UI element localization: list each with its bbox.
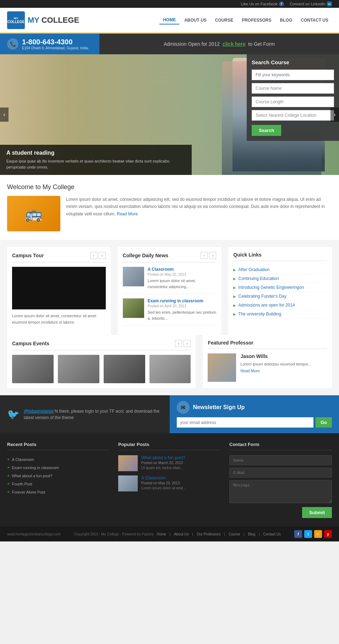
news-date-1: Posted on May 20, 2013 xyxy=(148,273,217,276)
contact-message-textarea[interactable] xyxy=(229,480,332,503)
search-button[interactable]: Search xyxy=(252,125,281,136)
news-text-1: Lorem ipsum dolor sit amet, consectetur … xyxy=(148,278,217,290)
recent-post-link-3[interactable]: What about a fun post? xyxy=(12,474,53,478)
admission-notice: Admission Open for 2012 click here to Ge… xyxy=(99,34,339,54)
popular-post-title-1: What about a fun post? xyxy=(141,455,185,460)
campus-events-arrows: ‹ › xyxy=(175,340,191,347)
footer-link-course[interactable]: Course xyxy=(229,532,240,536)
nav-blog[interactable]: BLOG xyxy=(277,16,296,24)
campus-tour-prev[interactable]: ‹ xyxy=(90,252,97,259)
linkedin-icon: in xyxy=(327,1,332,6)
ql-link-4[interactable]: Celebrating Funder's Day xyxy=(238,294,286,299)
recent-post-link-1[interactable]: A Classroom xyxy=(12,457,34,462)
contact-name-input[interactable] xyxy=(229,455,332,465)
popular-post-title-2: A Classroom xyxy=(141,475,186,480)
ql-link-2[interactable]: Continuing Education xyxy=(238,276,279,281)
newsletter-go-button[interactable]: Go xyxy=(316,417,332,428)
ql-arrow-6: ▶ xyxy=(233,312,236,316)
news-thumb-2 xyxy=(123,298,144,318)
quick-link-item-2: ▶ Continuing Education xyxy=(233,274,327,283)
daily-news-next[interactable]: › xyxy=(209,252,216,259)
newsletter-email-input[interactable] xyxy=(177,417,313,428)
recent-post-5: Forever Alone Post xyxy=(7,488,110,496)
newsletter-header: ✉ Newsletter Sign Up xyxy=(177,401,332,414)
twitter-handle[interactable]: @tobagopianist xyxy=(24,409,54,414)
footer-link-blog[interactable]: Blog xyxy=(248,532,255,536)
professor-read-more[interactable]: Read More xyxy=(240,369,259,373)
nav-course[interactable]: COURSE xyxy=(212,16,237,24)
events-featured-row: Campus Events ‹ › Featured Professor Jas… xyxy=(0,335,339,395)
search-course-title: Search Course xyxy=(252,59,334,65)
recent-post-link-2[interactable]: Exam running in classroom xyxy=(12,466,59,470)
campus-events-prev[interactable]: ‹ xyxy=(175,340,182,347)
campus-tour-col: Campus Tour ‹ › Lorem ipsum dolor sit am… xyxy=(7,247,111,335)
contact-submit-button[interactable]: Submit xyxy=(302,507,332,518)
twitter-section: 🐦 @tobagopianist hi there, please login … xyxy=(0,395,170,433)
quick-link-item-4: ▶ Celebrating Funder's Day xyxy=(233,292,327,301)
phone-section: 📞 1-800-643-4300 E104 Dharti II, Ahmedab… xyxy=(0,34,99,54)
popular-post-date-2: Posted on May 20, 2013 xyxy=(141,481,186,485)
nav-contact[interactable]: CONTACT US xyxy=(297,16,332,24)
ql-link-5[interactable]: Admissions are open for 2014 xyxy=(238,303,295,308)
location-select[interactable]: Select Nearest College Location xyxy=(252,110,334,121)
campus-events-next[interactable]: › xyxy=(184,340,191,347)
nav-about[interactable]: ABOUT US xyxy=(181,16,210,24)
news-title-2: Exam running in classroom xyxy=(148,298,217,303)
quick-link-item-5: ▶ Admissions are open for 2014 xyxy=(233,301,327,310)
ql-link-6[interactable]: The university Building xyxy=(238,312,281,317)
keyword-input[interactable] xyxy=(252,70,334,80)
click-here-link[interactable]: click here xyxy=(223,41,246,47)
facebook-text: Like Us on Facebook xyxy=(241,2,278,6)
social-rss-icon[interactable]: r xyxy=(314,530,322,538)
footer-link-about[interactable]: About Us xyxy=(174,532,188,536)
social-twitter-icon[interactable]: t xyxy=(304,530,312,538)
course-name-select[interactable]: Course Name xyxy=(252,83,334,94)
social-youtube-icon[interactable]: y xyxy=(324,530,332,538)
slider-caption: A student reading Eaque ipsa quae ab ill… xyxy=(0,145,192,175)
ql-arrow-3: ▶ xyxy=(233,286,236,290)
read-more-link[interactable]: Read More xyxy=(117,211,138,216)
contact-email-input[interactable] xyxy=(229,468,332,478)
campus-tour-text: Lorem ipsum dolor sit amet, consectetur … xyxy=(12,313,106,325)
quick-link-item-1: ▶ After Graduation xyxy=(233,265,327,274)
newsletter-title: Newsletter Sign Up xyxy=(193,404,245,411)
twitter-text: @tobagopianist hi there, please login to… xyxy=(24,408,163,421)
social-facebook-icon[interactable]: f xyxy=(294,530,302,538)
nav-home[interactable]: HOME xyxy=(159,16,179,24)
footer-columns: Recent Posts A Classroom Exam running in… xyxy=(7,442,332,518)
recent-post-link-5[interactable]: Forever Alone Post xyxy=(12,490,45,494)
recent-post-link-4[interactable]: Fourth Post xyxy=(12,482,32,486)
news-thumb-1 xyxy=(123,267,144,286)
ql-arrow-2: ▶ xyxy=(233,277,236,281)
event-thumb-2 xyxy=(58,355,99,383)
recent-post-1: A Classroom xyxy=(7,455,110,463)
popular-post-1: What about a fun post? Posted on March 2… xyxy=(118,455,221,471)
daily-news-prev[interactable]: ‹ xyxy=(201,252,208,259)
footer-link-contact[interactable]: Contact Us xyxy=(263,532,281,536)
quick-links-col: Quick Links ▶ After Graduation ▶ Continu… xyxy=(228,247,332,335)
contact-form-title: Contact Form xyxy=(229,442,332,450)
phone-number: 1-800-643-4300 xyxy=(22,38,89,46)
welcome-text: Lorem ipsum dolor sit amet, consectetur … xyxy=(66,196,332,218)
professor-image xyxy=(208,353,236,382)
campus-tour-next[interactable]: › xyxy=(99,252,106,259)
footer-link-professors[interactable]: Our Professors xyxy=(197,532,220,536)
campus-events-title: Campus Events xyxy=(12,341,49,346)
linkedin-text: Connect on LinkedIn xyxy=(290,2,326,6)
event-thumb-4 xyxy=(149,355,191,383)
footer-copyright: Copyright 2013 - My College - Powered by… xyxy=(74,532,154,536)
ql-link-3[interactable]: Introducing Genetic Engineeringon xyxy=(238,285,304,290)
course-length-select[interactable]: Course Length xyxy=(252,97,334,107)
news-item-1: A Classroom Posted on May 20, 2013 Lorem… xyxy=(123,267,217,294)
footer-link-home[interactable]: Home xyxy=(157,532,166,536)
slider-prev-btn[interactable]: ‹ xyxy=(0,108,9,122)
slider-next-btn[interactable]: › xyxy=(330,108,339,122)
welcome-title: Welcome to My College xyxy=(7,183,332,191)
ql-link-1[interactable]: After Graduation xyxy=(238,267,269,272)
campus-events-wrap: Campus Events ‹ › xyxy=(7,335,196,388)
nav-professors[interactable]: PROFESSORS xyxy=(238,16,275,24)
facebook-link[interactable]: Like Us on Facebook f xyxy=(241,1,284,6)
quick-link-item-3: ▶ Introducing Genetic Engineeringon xyxy=(233,283,327,292)
newsletter-bar: 🐦 @tobagopianist hi there, please login … xyxy=(0,395,339,433)
linkedin-link[interactable]: Connect on LinkedIn in xyxy=(290,1,332,6)
